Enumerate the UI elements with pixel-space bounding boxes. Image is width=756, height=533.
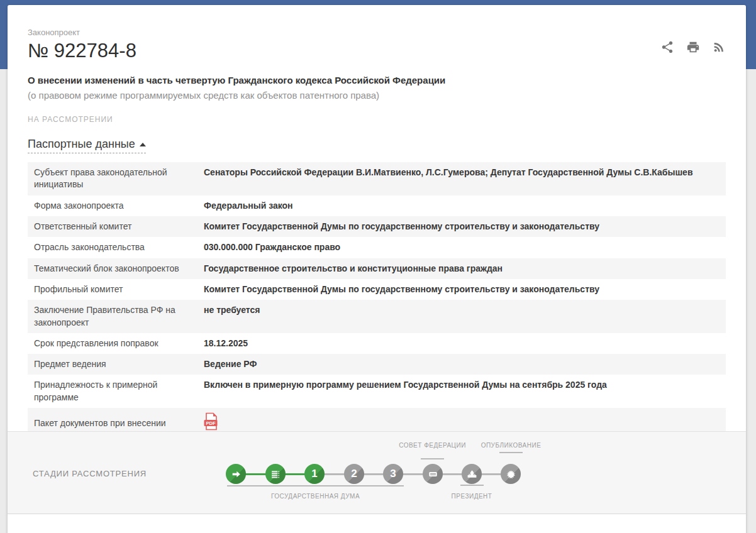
table-row: Заключение Правительства РФ на законопро… [28,300,726,333]
table-row: Профильный комитет Комитет Государственн… [28,279,726,300]
publication-bracket-line [499,452,523,453]
row-label: Предмет ведения [34,358,204,370]
rss-icon[interactable] [712,40,726,54]
row-value: 18.12.2025 [204,338,248,349]
row-value: 030.000.000 Гражданское право [204,241,340,253]
table-row: Тематический блок законопроектов Государ… [28,258,726,279]
duma-group-label: ГОСУДАРСТВЕННАЯ ДУМА [227,493,404,500]
row-label: Субъект права законодательной инициативы [34,167,204,191]
stage-preliminary-review[interactable] [265,464,286,484]
federation-council-icon [428,469,438,480]
row-value: Комитет Государственной Думы по государс… [204,221,599,233]
president-group-label: ПРЕЗИДЕНТ [434,493,509,500]
duma-bracket-line [227,485,404,486]
passport-section-title: Паспортные данные [28,138,135,150]
table-row: Субъект права законодательной инициативы… [28,162,726,195]
bill-subtitle: (о правовом режиме программируемых средс… [28,90,726,101]
stage-publication[interactable] [501,464,521,484]
table-row: Форма законопроекта Федеральный закон [28,195,726,216]
president-bracket-line [460,485,484,486]
stage-president[interactable] [462,464,482,484]
doc-type-label: Законопроект [28,5,726,37]
table-row: Отрасль законодательства 030.000.000 Гра… [28,237,726,258]
row-value: Ведение РФ [204,358,257,370]
bill-number: № 922784-8 [28,40,726,62]
share-icon[interactable] [660,40,674,54]
arrow-right-icon [231,469,242,480]
status-badge: НА РАССМОТРЕНИИ [28,115,726,124]
council-group-label: СОВЕТ ФЕДЕРАЦИИ [394,442,470,449]
stage-second-reading[interactable]: 2 [344,464,364,484]
row-value: Государственное строительство и конститу… [204,263,503,275]
next-section-area [8,515,746,533]
chevron-up-icon [140,143,146,146]
row-label: Пакет документов при внесении [34,417,204,429]
pdf-document-icon[interactable]: PDF [204,412,219,431]
row-label: Форма законопроекта [34,200,204,212]
bill-card: Законопроект № 922784-8 О внесении измен… [8,5,746,533]
stages-section-title: СТАДИИ РАССМОТРЕНИЯ [33,469,147,478]
svg-text:PDF: PDF [206,420,216,426]
passport-table: Субъект права законодательной инициативы… [28,162,726,438]
row-label: Принадлежность к примерной программе [34,379,204,404]
kremlin-icon [467,469,477,480]
bill-title: О внесении изменений в часть четвертую Г… [28,75,726,85]
stage-third-reading[interactable]: 3 [383,464,403,484]
stage-submission[interactable] [226,464,246,484]
row-value: Комитет Государственной Думы по государс… [204,283,599,295]
stages-section: СТАДИИ РАССМОТРЕНИЯ 1 2 3 [8,431,746,514]
row-value: не требуется [204,304,260,329]
publication-group-label: ОПУБЛИКОВАНИЕ [473,442,549,449]
passport-section-toggle[interactable]: Паспортные данные [28,138,146,153]
row-value: Федеральный закон [204,200,293,212]
row-label: Ответственный комитет [34,221,204,233]
row-label: Тематический блок законопроектов [34,263,204,275]
row-label: Профильный комитет [34,283,204,295]
stage-first-reading[interactable]: 1 [304,464,325,484]
row-value: Включен в примерную программу решением Г… [204,379,607,404]
row-label: Отрасль законодательства [34,241,204,253]
print-icon[interactable] [686,40,700,54]
stage-federation-council[interactable] [423,464,443,484]
row-label: Заключение Правительства РФ на законопро… [34,304,204,329]
eagle-emblem-icon [506,469,516,480]
header-actions [660,40,726,54]
table-row: Предмет ведения Ведение РФ [28,354,726,375]
table-row: Принадлежность к примерной программе Вкл… [28,375,726,408]
document-lines-icon [270,469,281,480]
row-value: Сенаторы Российской Федерации В.И.Матвие… [204,167,693,191]
table-row: Ответственный комитет Комитет Государств… [28,216,726,237]
row-label: Срок представления поправок [34,338,204,349]
council-bracket-line [421,458,444,459]
table-row: Срок представления поправок 18.12.2025 [28,333,726,354]
